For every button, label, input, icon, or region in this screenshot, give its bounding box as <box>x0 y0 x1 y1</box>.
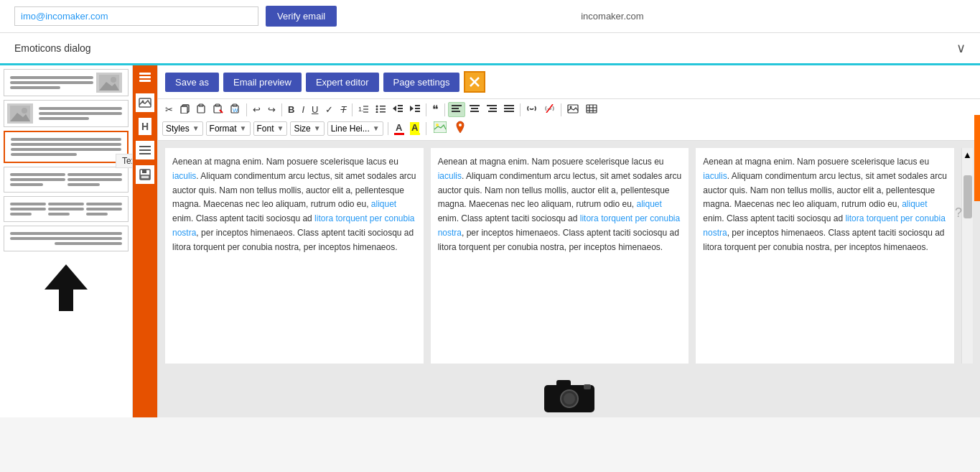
cut-button[interactable]: ✂ <box>162 103 176 116</box>
redo-button[interactable]: ↪ <box>265 103 279 116</box>
separator-1 <box>246 103 247 116</box>
link-aliquet-3[interactable]: aliquet <box>902 199 927 209</box>
align-center-button[interactable] <box>467 103 482 116</box>
paste-button[interactable] <box>194 102 209 117</box>
line-height-dropdown[interactable]: Line Hei... ▼ <box>327 121 383 136</box>
image-button-2[interactable] <box>431 120 449 136</box>
link-litora-1[interactable]: litora torquent per conubia nostra <box>172 213 415 238</box>
block-item-two-col[interactable] <box>4 167 129 193</box>
unordered-list-button[interactable] <box>373 103 388 116</box>
styles-dropdown[interactable]: Styles ▼ <box>162 121 203 136</box>
insert-image-button[interactable] <box>564 103 582 117</box>
help-icon[interactable]: ? <box>955 205 962 221</box>
scrollbar[interactable]: ▲ <box>961 148 973 364</box>
verify-email-button[interactable]: Verify email <box>266 6 337 27</box>
blockquote-button[interactable]: ❝ <box>429 103 442 117</box>
check-button[interactable]: ✓ <box>322 103 336 116</box>
camera-placeholder <box>541 374 598 414</box>
insert-table-button[interactable] <box>583 103 600 117</box>
size-dropdown[interactable]: Size ▼ <box>290 121 324 136</box>
block-item-text-image[interactable] <box>4 69 129 96</box>
link-aliquet-1[interactable]: aliquet <box>371 199 396 209</box>
separator-color <box>388 122 388 135</box>
svg-rect-56 <box>504 105 514 106</box>
indent-button[interactable] <box>407 103 423 116</box>
paste-plain-button[interactable] <box>210 102 226 117</box>
save-as-button[interactable]: Save as <box>165 73 219 92</box>
link-iaculis-2[interactable]: iaculis <box>438 171 462 181</box>
svg-rect-12 <box>139 149 151 151</box>
svg-rect-55 <box>488 111 497 112</box>
align-left-button[interactable] <box>448 102 465 117</box>
domain-text: incomaker.com <box>581 11 643 22</box>
action-buttons-bar: Save as Email preview Expert editor Page… <box>158 65 980 99</box>
font-dropdown[interactable]: Font ▼ <box>253 121 288 136</box>
icon-image[interactable] <box>136 93 154 112</box>
bold-button[interactable]: B <box>285 103 297 116</box>
paste-word-button[interactable]: W <box>228 102 243 117</box>
font-color-button[interactable]: A <box>393 121 406 136</box>
separator-7 <box>561 103 561 116</box>
styles-label: Styles <box>166 124 190 134</box>
icon-layout-active[interactable] <box>136 69 154 88</box>
styles-arrow-icon: ▼ <box>192 124 200 132</box>
scrollbar-thumb[interactable] <box>963 175 972 218</box>
svg-point-69 <box>436 124 439 126</box>
svg-point-35 <box>376 111 378 114</box>
link-button[interactable] <box>523 103 540 116</box>
italic-button[interactable]: I <box>299 103 307 116</box>
justify-button[interactable] <box>501 103 517 116</box>
content-column-1: Aenean at magna enim. Nam posuere sceler… <box>165 148 424 364</box>
email-preview-button[interactable]: Email preview <box>223 73 302 92</box>
unlink-button[interactable] <box>541 103 558 116</box>
link-litora-3[interactable]: litora torquent per conubia nostra <box>703 213 946 238</box>
link-aliquet-2[interactable]: aliquet <box>637 199 662 209</box>
upload-area <box>4 255 129 320</box>
svg-rect-6 <box>139 73 151 75</box>
svg-rect-37 <box>380 108 386 110</box>
svg-point-34 <box>376 108 378 111</box>
svg-line-59 <box>546 104 553 113</box>
link-iaculis-1[interactable]: iaculis <box>172 171 196 181</box>
remove-format-button[interactable]: T <box>337 103 349 116</box>
svg-rect-41 <box>398 108 403 109</box>
outdent-button[interactable] <box>390 103 406 116</box>
separator-4 <box>426 103 426 116</box>
svg-rect-74 <box>556 380 571 387</box>
emoticons-dialog-bar[interactable]: Emoticons dialog ∨ <box>0 33 980 65</box>
block-item-three-col[interactable] <box>4 196 129 222</box>
email-input[interactable] <box>14 6 258 26</box>
svg-rect-45 <box>415 108 420 109</box>
page-settings-button[interactable]: Page settings <box>383 73 460 92</box>
link-litora-2[interactable]: litora torquent per conubia nostra <box>438 213 681 238</box>
format-dropdown[interactable]: Format ▼ <box>206 121 251 136</box>
undo-button[interactable]: ↩ <box>250 103 263 116</box>
expert-editor-button[interactable]: Expert editor <box>306 73 379 92</box>
block-item-text-right[interactable]: Text <box>4 226 129 251</box>
right-accent-bar <box>974 115 980 201</box>
svg-point-2 <box>111 77 116 83</box>
align-right-button[interactable] <box>484 103 500 116</box>
svg-rect-11 <box>139 146 151 147</box>
block-icon-strip: H <box>133 65 158 417</box>
svg-rect-36 <box>380 106 386 107</box>
icon-list[interactable] <box>136 141 154 159</box>
svg-rect-57 <box>504 108 514 109</box>
icon-heading[interactable]: H <box>139 118 151 135</box>
bg-color-button[interactable]: A <box>409 121 421 136</box>
column-3-text: Aenean at magna enim. Nam posuere sceler… <box>703 155 947 255</box>
block-item-image-text[interactable] <box>4 100 129 127</box>
svg-rect-40 <box>398 105 403 106</box>
copy-button[interactable] <box>177 103 192 117</box>
cancel-icon[interactable] <box>464 71 485 93</box>
svg-rect-16 <box>141 175 149 179</box>
ordered-list-button[interactable]: 1. <box>355 103 371 116</box>
location-button[interactable] <box>452 119 468 137</box>
link-iaculis-3[interactable]: iaculis <box>703 171 727 181</box>
block-item-text-only[interactable] <box>4 131 129 163</box>
icon-save[interactable] <box>136 165 154 184</box>
size-arrow-icon: ▼ <box>314 124 321 132</box>
column-1-text: Aenean at magna enim. Nam posuere sceler… <box>172 155 416 255</box>
underline-button[interactable]: U <box>309 103 321 116</box>
upload-arrow-icon <box>45 262 88 313</box>
